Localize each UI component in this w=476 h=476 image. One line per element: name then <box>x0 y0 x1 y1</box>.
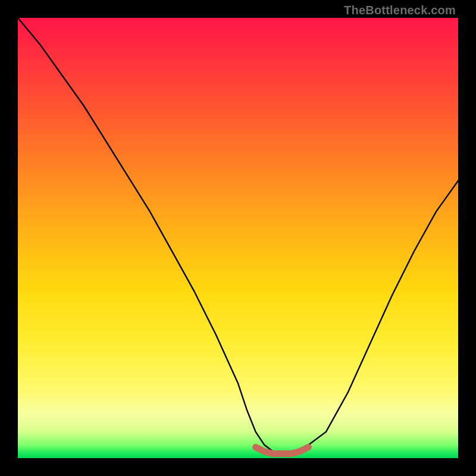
curve-svg <box>18 18 458 458</box>
plot-area <box>18 18 458 458</box>
watermark-text: TheBottleneck.com <box>344 4 456 17</box>
chart-frame: TheBottleneck.com <box>0 0 476 476</box>
bottleneck-curve <box>18 18 458 454</box>
highlight-band <box>256 447 309 454</box>
